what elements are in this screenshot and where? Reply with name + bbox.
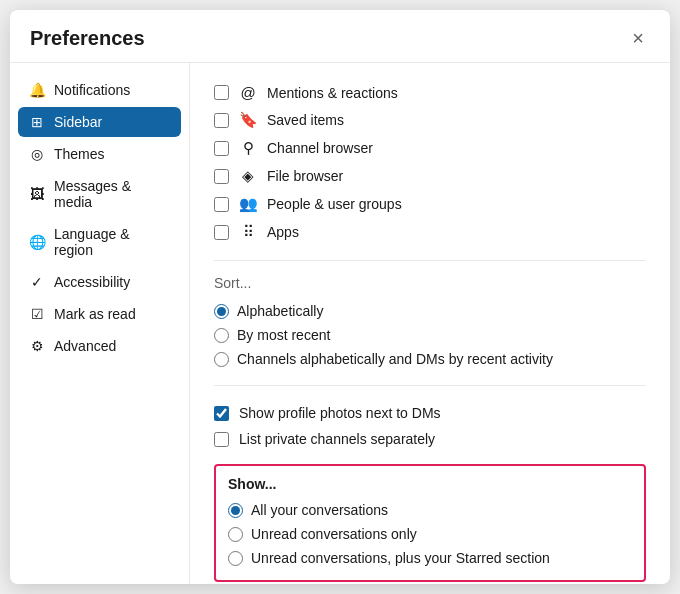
nav-item-label: Advanced: [54, 338, 116, 354]
radio-sort-channels-alpha[interactable]: [214, 352, 229, 367]
radio-sort-recent[interactable]: [214, 328, 229, 343]
dialog-body: 🔔Notifications⊞Sidebar◎Themes🖼Messages &…: [10, 63, 670, 584]
sort-option-recent: By most recent: [214, 323, 646, 347]
label-file-browser[interactable]: File browser: [267, 168, 343, 184]
messages-icon: 🖼: [28, 186, 46, 202]
apps-icon: ⠿: [239, 223, 257, 241]
content-panel: @ Mentions & reactions 🔖 Saved items ⚲ C…: [190, 63, 670, 584]
file-browser-icon: ◈: [239, 167, 257, 185]
checkbox-item-people: 👥 People & user groups: [214, 190, 646, 218]
checkbox-item-saved: 🔖 Saved items: [214, 106, 646, 134]
mentions-icon: @: [239, 84, 257, 101]
show-options: All your conversations Unread conversati…: [228, 498, 632, 570]
divider-2: [214, 385, 646, 386]
checkbox-mentions[interactable]: [214, 85, 229, 100]
checkbox-apps[interactable]: [214, 225, 229, 240]
sort-option-channels-alpha: Channels alphabetically and DMs by recen…: [214, 347, 646, 371]
themes-icon: ◎: [28, 146, 46, 162]
radio-sort-alpha[interactable]: [214, 304, 229, 319]
nav-item-label: Themes: [54, 146, 105, 162]
show-label: Show...: [228, 476, 632, 492]
sidebar-icon: ⊞: [28, 114, 46, 130]
accessibility-icon: ✓: [28, 274, 46, 290]
checkbox-item-mentions: @ Mentions & reactions: [214, 79, 646, 106]
notifications-icon: 🔔: [28, 82, 46, 98]
checkbox-channel-browser[interactable]: [214, 141, 229, 156]
nav-item-label: Sidebar: [54, 114, 102, 130]
sort-option-alpha: Alphabetically: [214, 299, 646, 323]
nav-item-notifications[interactable]: 🔔Notifications: [18, 75, 181, 105]
checkbox-item-file-browser: ◈ File browser: [214, 162, 646, 190]
nav-item-mark-as-read[interactable]: ☑Mark as read: [18, 299, 181, 329]
nav-item-accessibility[interactable]: ✓Accessibility: [18, 267, 181, 297]
sort-section: Sort... Alphabetically By most recent Ch…: [214, 275, 646, 371]
nav-item-language[interactable]: 🌐Language & region: [18, 219, 181, 265]
channel-browser-icon: ⚲: [239, 139, 257, 157]
checkbox-list: @ Mentions & reactions 🔖 Saved items ⚲ C…: [214, 79, 646, 246]
show-label-all-convos[interactable]: All your conversations: [251, 502, 388, 518]
label-apps[interactable]: Apps: [267, 224, 299, 240]
nav-item-messages[interactable]: 🖼Messages & media: [18, 171, 181, 217]
nav-item-label: Messages & media: [54, 178, 171, 210]
close-button[interactable]: ×: [626, 26, 650, 50]
divider-1: [214, 260, 646, 261]
nav-item-themes[interactable]: ◎Themes: [18, 139, 181, 169]
show-option-unread-starred: Unread conversations, plus your Starred …: [228, 546, 632, 570]
nav-item-advanced[interactable]: ⚙Advanced: [18, 331, 181, 361]
label-mentions[interactable]: Mentions & reactions: [267, 85, 398, 101]
list-private-label[interactable]: List private channels separately: [239, 431, 435, 447]
dialog-title: Preferences: [30, 27, 145, 50]
language-icon: 🌐: [28, 234, 46, 250]
sort-label-recent[interactable]: By most recent: [237, 327, 330, 343]
sort-options: Alphabetically By most recent Channels a…: [214, 299, 646, 371]
label-channel-browser[interactable]: Channel browser: [267, 140, 373, 156]
radio-show-unread-starred[interactable]: [228, 551, 243, 566]
show-option-unread-only: Unread conversations only: [228, 522, 632, 546]
list-private-checkbox[interactable]: [214, 432, 229, 447]
checkbox-item-channel-browser: ⚲ Channel browser: [214, 134, 646, 162]
show-option-all-convos: All your conversations: [228, 498, 632, 522]
nav-item-sidebar[interactable]: ⊞Sidebar: [18, 107, 181, 137]
label-people[interactable]: People & user groups: [267, 196, 402, 212]
radio-show-all-convos[interactable]: [228, 503, 243, 518]
radio-show-unread-only[interactable]: [228, 527, 243, 542]
nav-panel: 🔔Notifications⊞Sidebar◎Themes🖼Messages &…: [10, 63, 190, 584]
list-private-item: List private channels separately: [214, 426, 646, 452]
checkbox-file-browser[interactable]: [214, 169, 229, 184]
show-label-unread-only[interactable]: Unread conversations only: [251, 526, 417, 542]
checkbox-item-apps: ⠿ Apps: [214, 218, 646, 246]
preferences-dialog: Preferences × 🔔Notifications⊞Sidebar◎The…: [10, 10, 670, 584]
saved-icon: 🔖: [239, 111, 257, 129]
checkbox-people[interactable]: [214, 197, 229, 212]
checkbox-saved[interactable]: [214, 113, 229, 128]
mark-as-read-icon: ☑: [28, 306, 46, 322]
show-label-unread-starred[interactable]: Unread conversations, plus your Starred …: [251, 550, 550, 566]
show-profile-photos-item: Show profile photos next to DMs: [214, 400, 646, 426]
nav-item-label: Accessibility: [54, 274, 130, 290]
sort-label-alpha[interactable]: Alphabetically: [237, 303, 323, 319]
show-profile-label[interactable]: Show profile photos next to DMs: [239, 405, 441, 421]
advanced-icon: ⚙: [28, 338, 46, 354]
sort-label-channels-alpha[interactable]: Channels alphabetically and DMs by recen…: [237, 351, 553, 367]
nav-item-label: Notifications: [54, 82, 130, 98]
nav-item-label: Language & region: [54, 226, 171, 258]
sort-label: Sort...: [214, 275, 646, 291]
people-icon: 👥: [239, 195, 257, 213]
nav-item-label: Mark as read: [54, 306, 136, 322]
dialog-header: Preferences ×: [10, 10, 670, 63]
label-saved[interactable]: Saved items: [267, 112, 344, 128]
show-profile-checkbox[interactable]: [214, 406, 229, 421]
show-section: Show... All your conversations Unread co…: [214, 464, 646, 582]
